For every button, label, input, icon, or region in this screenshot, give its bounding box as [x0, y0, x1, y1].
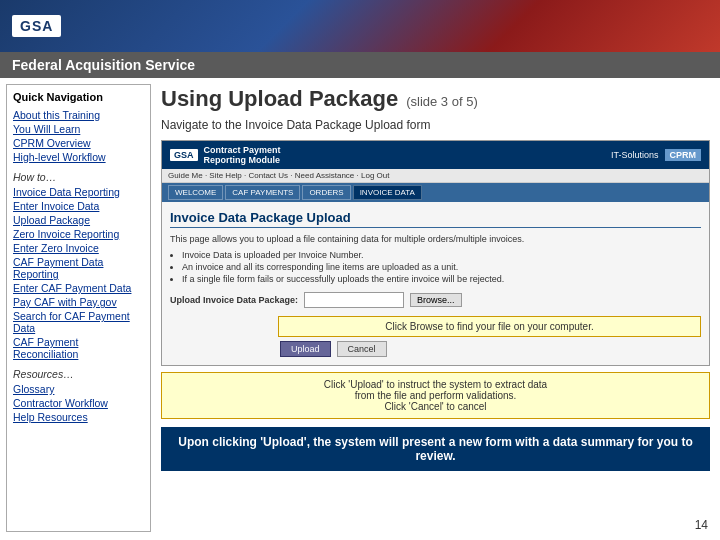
sidebar-item-glossary[interactable]: Glossary: [13, 383, 144, 395]
cprm-header: GSA Contract Payment Reporting Module IT…: [162, 141, 709, 169]
sidebar-item-cprm-overview[interactable]: CPRM Overview: [13, 137, 144, 149]
cprm-page-title: Invoice Data Package Upload: [170, 210, 701, 228]
cprm-module-subtitle: Reporting Module: [204, 155, 281, 165]
sidebar-item-contractor-workflow[interactable]: Contractor Workflow: [13, 397, 144, 409]
cprm-nav-invoice[interactable]: INVOICE DATA: [353, 185, 422, 200]
sidebar-item-zir[interactable]: Zero Invoice Reporting: [13, 228, 144, 240]
cprm-it-solutions: IT-Solutions: [611, 150, 659, 160]
cprm-links: Guide Me · Site Help · Contact Us · Need…: [168, 171, 389, 180]
sidebar-title: Quick Navigation: [13, 91, 144, 103]
cprm-title-block: Contract Payment Reporting Module: [204, 145, 281, 165]
cprm-links-bar: Guide Me · Site Help · Contact Us · Need…: [162, 169, 709, 183]
cprm-desc: This page allows you to upload a file co…: [170, 234, 701, 244]
sidebar-item-help-resources[interactable]: Help Resources: [13, 411, 144, 423]
cprm-nav-orders[interactable]: ORDERS: [302, 185, 350, 200]
cprm-badge: CPRM: [665, 149, 702, 161]
sidebar-item-you-will-learn[interactable]: You Will Learn: [13, 123, 144, 135]
slide-info: (slide 3 of 5): [406, 94, 478, 109]
cprm-bullet-3: If a single file form fails or successfu…: [182, 274, 701, 284]
header-title-bar: Federal Acquisition Service: [0, 52, 720, 78]
upload-button[interactable]: Upload: [280, 341, 331, 357]
cprm-module-title: Contract Payment: [204, 145, 281, 155]
cprm-browse-button[interactable]: Browse...: [410, 293, 462, 307]
sidebar-item-ecafpd[interactable]: Enter CAF Payment Data: [13, 282, 144, 294]
cprm-bullets: Invoice Data is uploaded per Invoice Num…: [182, 250, 701, 284]
callout-bottom: Upon clicking 'Upload', the system will …: [161, 427, 710, 471]
sidebar-item-idr[interactable]: Invoice Data Reporting: [13, 186, 144, 198]
sidebar-item-about[interactable]: About this Training: [13, 109, 144, 121]
sidebar-item-eid[interactable]: Enter Invoice Data: [13, 200, 144, 212]
cprm-interface: GSA Contract Payment Reporting Module IT…: [161, 140, 710, 366]
navigate-text: Navigate to the Invoice Data Package Upl…: [161, 118, 710, 132]
callout-upload: Click 'Upload' to instruct the system to…: [161, 372, 710, 419]
cprm-bullet-1: Invoice Data is uploaded per Invoice Num…: [182, 250, 701, 260]
content-area: Using Upload Package (slide 3 of 5) Navi…: [151, 78, 720, 538]
cprm-file-input[interactable]: [304, 292, 404, 308]
cprm-gsa-logo: GSA: [170, 149, 198, 161]
sidebar-item-searchcaf[interactable]: Search for CAF Payment Data: [13, 310, 144, 334]
cprm-btn-row: Upload Cancel: [280, 341, 701, 357]
header-title: Federal Acquisition Service: [12, 57, 195, 73]
sidebar-resources-label: Resources…: [13, 368, 144, 380]
cprm-upload-row: Upload Invoice Data Package: Browse...: [170, 292, 701, 308]
sidebar-how-to-label: How to…: [13, 171, 144, 183]
cprm-nav-welcome[interactable]: WELCOME: [168, 185, 223, 200]
sidebar-item-ezi[interactable]: Enter Zero Invoice: [13, 242, 144, 254]
callout-upload-text: Click 'Upload' to instruct the system to…: [324, 379, 547, 412]
page-number: 14: [695, 518, 708, 532]
page-heading: Using Upload Package (slide 3 of 5): [161, 86, 710, 112]
cprm-bullet-2: An invoice and all its corresponding lin…: [182, 262, 701, 272]
sidebar-item-paycaf[interactable]: Pay CAF with Pay.gov: [13, 296, 144, 308]
sidebar-item-workflow[interactable]: High-level Workflow: [13, 151, 144, 163]
sidebar-how-to-section: How to… Invoice Data Reporting Enter Inv…: [13, 171, 144, 360]
cancel-button[interactable]: Cancel: [337, 341, 387, 357]
cprm-body: Invoice Data Package Upload This page al…: [162, 202, 709, 365]
sidebar-item-cafpr[interactable]: CAF Payment Reconciliation: [13, 336, 144, 360]
callout-browse: Click Browse to find your file on your c…: [278, 316, 701, 337]
page-title: Using Upload Package: [161, 86, 398, 112]
callout-bottom-text: Upon clicking 'Upload', the system will …: [178, 435, 692, 463]
sidebar-resources-section: Resources… Glossary Contractor Workflow …: [13, 368, 144, 423]
cprm-it-block: IT-Solutions CPRM: [611, 149, 701, 161]
page-header: GSA: [0, 0, 720, 52]
sidebar-item-upload[interactable]: Upload Package: [13, 214, 144, 226]
sidebar: Quick Navigation About this Training You…: [6, 84, 151, 532]
main-layout: Quick Navigation About this Training You…: [0, 78, 720, 538]
cprm-nav: WELCOME CAF PAYMENTS ORDERS INVOICE DATA: [162, 183, 709, 202]
gsa-logo: GSA: [12, 15, 61, 37]
cprm-upload-label: Upload Invoice Data Package:: [170, 295, 298, 305]
sidebar-item-cafpdr[interactable]: CAF Payment Data Reporting: [13, 256, 144, 280]
cprm-nav-caf[interactable]: CAF PAYMENTS: [225, 185, 300, 200]
